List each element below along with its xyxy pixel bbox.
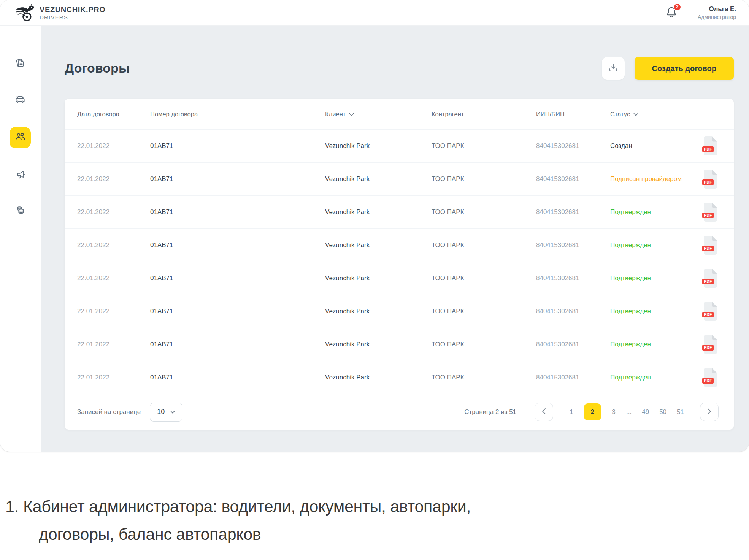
pdf-file-icon[interactable]: PDF bbox=[702, 301, 719, 321]
cell-client: Vezunchik Park bbox=[325, 274, 432, 282]
cell-number: 01AB71 bbox=[150, 341, 325, 348]
download-icon bbox=[608, 62, 619, 75]
column-header-label: Номер договора bbox=[150, 111, 198, 118]
per-page-select[interactable]: 10 bbox=[150, 403, 182, 422]
cell-counterparty: ТОО ПАРК bbox=[432, 308, 536, 315]
caption: 1. Кабинет администратора: водители, док… bbox=[5, 497, 471, 544]
column-header-label: Статус bbox=[610, 111, 630, 118]
page-number-2[interactable]: 2 bbox=[584, 403, 601, 420]
prev-page-button[interactable] bbox=[535, 403, 553, 421]
cell-date: 22.01.2022 bbox=[77, 208, 150, 216]
next-page-button[interactable] bbox=[700, 403, 719, 421]
sidebar-item-drivers[interactable] bbox=[10, 127, 31, 148]
cell-counterparty: ТОО ПАРК bbox=[432, 241, 536, 249]
cell-date: 22.01.2022 bbox=[77, 142, 150, 150]
cell-number: 01AB71 bbox=[150, 241, 325, 249]
cell-number: 01AB71 bbox=[150, 308, 325, 315]
pdf-file-icon[interactable]: PDF bbox=[702, 335, 719, 354]
cell-counterparty: ТОО ПАРК bbox=[432, 208, 536, 216]
svg-text:PDF: PDF bbox=[704, 379, 712, 383]
pdf-file-icon[interactable]: PDF bbox=[702, 368, 719, 387]
coins-icon bbox=[14, 205, 26, 217]
megaphone-icon bbox=[14, 169, 26, 182]
svg-text:PDF: PDF bbox=[704, 346, 712, 350]
cell-counterparty: ТОО ПАРК bbox=[432, 142, 536, 150]
notifications-button[interactable]: 2 bbox=[665, 5, 678, 21]
cell-date: 22.01.2022 bbox=[77, 274, 150, 282]
cell-number: 01AB71 bbox=[150, 274, 325, 282]
cell-counterparty: ТОО ПАРК bbox=[432, 175, 536, 183]
page-title: Договоры bbox=[65, 61, 130, 76]
column-header-label: Клиент bbox=[325, 111, 346, 118]
brand-name: VEZUNCHIK.PRO bbox=[40, 5, 105, 14]
svg-text:PDF: PDF bbox=[704, 279, 712, 284]
pdf-file-icon[interactable]: PDF bbox=[702, 235, 719, 255]
svg-text:PDF: PDF bbox=[704, 147, 712, 151]
bell-icon bbox=[665, 14, 678, 20]
cell-iin: 840415302681 bbox=[536, 175, 610, 183]
user-menu[interactable]: Ольга Е. Администратор bbox=[698, 5, 736, 20]
contracts-table-card: Дата договораНомер договораКлиентКонтраг… bbox=[65, 99, 734, 430]
column-header: Дата договора bbox=[77, 111, 150, 118]
page-info: Страница 2 из 51 bbox=[464, 408, 516, 416]
table-row: 22.01.202201AB71Vezunchik ParkТОО ПАРК84… bbox=[65, 295, 734, 328]
sidebar-item-cars[interactable] bbox=[10, 89, 31, 111]
page-number-50[interactable]: 50 bbox=[659, 408, 666, 416]
column-header: ИИН/БИН bbox=[536, 111, 610, 118]
sort-chevron-icon bbox=[349, 111, 354, 118]
cell-iin: 840415302681 bbox=[536, 241, 610, 249]
status-badge: Подписан провайдером bbox=[610, 175, 682, 184]
notification-badge: 2 bbox=[673, 3, 681, 11]
user-role: Администратор bbox=[698, 14, 736, 20]
pdf-file-icon[interactable]: PDF bbox=[702, 268, 719, 288]
svg-text:PDF: PDF bbox=[704, 313, 712, 317]
table-row: 22.01.202201AB71Vezunchik ParkТОО ПАРК84… bbox=[65, 262, 734, 295]
column-header[interactable]: Клиент bbox=[325, 111, 432, 118]
download-button[interactable] bbox=[602, 57, 625, 80]
status-badge: Создан bbox=[610, 142, 682, 151]
table-row: 22.01.202201AB71Vezunchik ParkТОО ПАРК84… bbox=[65, 162, 734, 195]
documents-icon bbox=[14, 57, 26, 70]
cell-number: 01AB71 bbox=[150, 374, 325, 381]
sidebar-item-documents[interactable] bbox=[10, 53, 31, 74]
status-badge: Подтвержден bbox=[610, 208, 682, 217]
cell-counterparty: ТОО ПАРК bbox=[432, 274, 536, 282]
svg-text:PDF: PDF bbox=[704, 180, 712, 184]
sidebar bbox=[0, 26, 41, 452]
cell-iin: 840415302681 bbox=[536, 308, 610, 315]
sort-chevron-icon bbox=[633, 111, 638, 118]
svg-text:PDF: PDF bbox=[704, 213, 712, 217]
pdf-file-icon[interactable]: PDF bbox=[702, 136, 719, 156]
top-bar: VEZUNCHIK.PRO DRIVERS 2 Ольга Е. Админис… bbox=[0, 0, 749, 26]
cell-number: 01AB71 bbox=[150, 175, 325, 183]
chevron-left-icon bbox=[542, 408, 546, 416]
users-icon bbox=[14, 131, 26, 144]
cell-client: Vezunchik Park bbox=[325, 142, 432, 150]
cell-client: Vezunchik Park bbox=[325, 308, 432, 315]
status-badge: Подтвержден bbox=[610, 373, 682, 382]
page-number-3[interactable]: 3 bbox=[611, 408, 616, 416]
pdf-file-icon[interactable]: PDF bbox=[702, 169, 719, 189]
cell-counterparty: ТОО ПАРК bbox=[432, 374, 536, 381]
status-badge: Подтвержден bbox=[610, 241, 682, 250]
cell-date: 22.01.2022 bbox=[77, 374, 150, 381]
page-number-1[interactable]: 1 bbox=[569, 408, 574, 416]
cell-client: Vezunchik Park bbox=[325, 374, 432, 381]
column-header: Контрагент bbox=[432, 111, 536, 118]
status-badge: Подтвержден bbox=[610, 307, 682, 316]
per-page-value: 10 bbox=[157, 408, 165, 416]
table-row: 22.01.202201AB71Vezunchik ParkТОО ПАРК84… bbox=[65, 195, 734, 228]
column-header: Номер договора bbox=[150, 111, 325, 118]
column-header[interactable]: Статус bbox=[610, 111, 682, 118]
page-number-51[interactable]: 51 bbox=[677, 408, 684, 416]
table-row: 22.01.202201AB71Vezunchik ParkТОО ПАРК84… bbox=[65, 129, 734, 162]
page-number-49[interactable]: 49 bbox=[642, 408, 649, 416]
sidebar-item-announcements[interactable] bbox=[10, 165, 31, 186]
column-header-label: Контрагент bbox=[432, 111, 464, 118]
create-contract-button[interactable]: Создать договор bbox=[635, 57, 734, 80]
status-badge: Подтвержден bbox=[610, 340, 682, 349]
column-header-label: ИИН/БИН bbox=[536, 111, 565, 118]
pdf-file-icon[interactable]: PDF bbox=[702, 202, 719, 222]
sidebar-item-balance[interactable] bbox=[10, 200, 31, 222]
table-footer: Записей на странице 10 Страница 2 из 51 … bbox=[65, 394, 734, 430]
